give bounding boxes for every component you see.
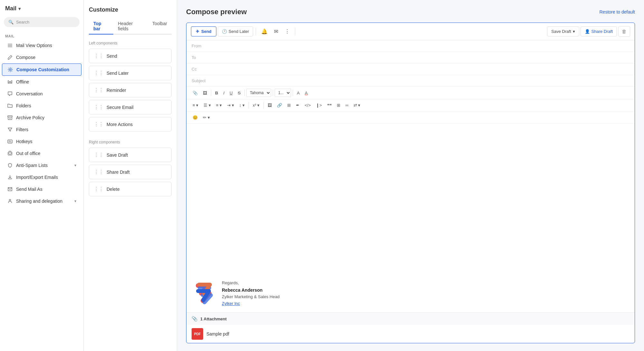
highlight-btn[interactable]: A	[303, 89, 310, 97]
indent-btn[interactable]: ⇥ ▾	[225, 101, 236, 109]
ordered-list-btn[interactable]: ≡ ▾	[214, 101, 224, 109]
sidebar-item-archive-policy[interactable]: Archive Policy	[2, 112, 81, 123]
insert-link-btn[interactable]: 🔗	[275, 101, 284, 109]
fmt-sep-4	[293, 90, 293, 96]
sample-pdf-name: Sample pdf	[206, 331, 229, 336]
right-drag-item-save-draft[interactable]: ⋮⋮ Save Draft	[89, 148, 172, 162]
send-label: Send	[201, 29, 212, 34]
save-draft-button[interactable]: Save Draft ▾	[547, 26, 579, 36]
svg-rect-0	[8, 44, 12, 44]
signature-text: Regards, Rebecca Anderson Zylker Marketi…	[222, 280, 279, 307]
left-item-label-more-actions: More Actions	[107, 122, 133, 127]
drag-handle-right-save-draft: ⋮⋮	[94, 152, 103, 158]
font-size-select[interactable]: 1...	[275, 89, 291, 97]
share-draft-button[interactable]: 👤 Share Draft	[581, 26, 617, 36]
sidebar-item-hotkeys[interactable]: Hotkeys	[2, 136, 81, 147]
rtl-btn[interactable]: ⇄ ▾	[351, 101, 363, 109]
send-icon: ✈	[196, 29, 199, 34]
app-title-header[interactable]: Mail ▾	[0, 0, 83, 15]
left-drag-item-send[interactable]: ⋮⋮ Send	[89, 49, 172, 63]
reminder-icon-btn[interactable]: 🔔	[259, 26, 270, 36]
sig-company-link[interactable]: Zylker Inc	[222, 301, 240, 306]
table-btn[interactable]: ⊞	[285, 101, 293, 109]
underline-btn[interactable]: U	[227, 89, 235, 97]
send-later-button[interactable]: 🕐 Send Later	[218, 26, 253, 36]
toolbar-separator-1	[256, 28, 256, 35]
tab-toolbar[interactable]: Toolbar	[148, 18, 172, 34]
sidebar-item-sharing-delegation[interactable]: Sharing and delegation ▾	[2, 195, 81, 207]
chevron-icon-sharing-delegation: ▾	[74, 199, 76, 203]
grid-btn[interactable]: ⊞	[335, 101, 343, 109]
sidebar-item-folders[interactable]: Folders	[2, 100, 81, 112]
block-quote-source[interactable]: ❙>	[314, 101, 324, 109]
sidebar-item-offline[interactable]: Offline	[2, 76, 81, 88]
more-actions-btn[interactable]: ⋮	[282, 26, 292, 36]
bold-btn[interactable]: B	[213, 89, 220, 97]
sidebar-item-send-mail-as[interactable]: Send Mail As	[2, 183, 81, 195]
svg-rect-6	[8, 140, 12, 143]
sidebar-item-label-mail-view-options: Mail View Options	[16, 43, 52, 48]
left-drag-item-send-later[interactable]: ⋮⋮ Send Later	[89, 66, 172, 80]
strikethrough-btn[interactable]: S	[235, 89, 243, 97]
search-box[interactable]: 🔍 Search	[4, 17, 80, 27]
list-btn[interactable]: ☰ ▾	[201, 101, 213, 109]
subject-field[interactable]: Subject	[186, 75, 635, 87]
right-drag-item-delete[interactable]: ⋮⋮ Delete	[89, 182, 172, 196]
image-btn[interactable]: 🖼	[201, 89, 209, 97]
compose-body[interactable]	[186, 124, 635, 275]
font-family-select[interactable]: Tahoma	[246, 89, 271, 97]
search-label: Search	[16, 20, 29, 24]
left-items: ⋮⋮ Send ⋮⋮ Send Later ⋮⋮ Reminder ⋮⋮ Sec…	[89, 49, 172, 134]
format-bar-row3: 😊 ✏ ▾	[186, 112, 635, 124]
drag-handle-reminder: ⋮⋮	[94, 87, 103, 93]
from-field[interactable]: From	[186, 40, 635, 52]
to-field[interactable]: To	[186, 52, 635, 63]
fmt-sep-3	[273, 90, 273, 96]
sidebar-item-compose[interactable]: Compose	[2, 52, 81, 63]
sidebar-item-anti-spam[interactable]: Anti-Spam Lists ▾	[2, 160, 81, 171]
sidebar-item-filters[interactable]: Filters	[2, 124, 81, 135]
secure-email-icon-btn[interactable]: ✉	[271, 26, 281, 36]
svg-rect-2	[8, 47, 12, 47]
sidebar-item-compose-customization[interactable]: Compose Customization	[2, 63, 81, 76]
insert-image-btn[interactable]: 🖼	[265, 101, 274, 109]
restore-to-default-link[interactable]: Restore to default	[599, 9, 635, 15]
preview-header: Compose preview Restore to default	[186, 8, 635, 16]
sidebar-item-icon-offline	[7, 79, 13, 85]
attachment-btn[interactable]: 📎	[190, 89, 200, 97]
sidebar-item-import-export[interactable]: Import/Export Emails	[2, 171, 81, 183]
align-btn[interactable]: ≡ ▾	[190, 101, 201, 109]
right-drag-item-share-draft[interactable]: ⋮⋮ Share Draft	[89, 165, 172, 179]
right-components-label: Right components	[89, 140, 172, 144]
left-drag-item-reminder[interactable]: ⋮⋮ Reminder	[89, 83, 172, 97]
compose-top-toolbar: ✈ Send 🕐 Send Later 🔔 ✉ ⋮ Save Draft ▾	[186, 23, 635, 40]
sidebar-item-conversation[interactable]: Conversation	[2, 88, 81, 100]
sidebar-item-icon-folders	[7, 103, 13, 109]
signature-btn[interactable]: ✒	[294, 101, 302, 109]
sidebar-item-mail-view-options[interactable]: Mail View Options	[2, 40, 81, 51]
left-drag-item-more-actions[interactable]: ⋮⋮ More Actions	[89, 117, 172, 132]
sidebar-item-label-filters: Filters	[16, 127, 28, 132]
left-drag-item-secure-email[interactable]: ⋮⋮ Secure Email	[89, 100, 172, 114]
sidebar-item-out-of-office[interactable]: Out of office	[2, 148, 81, 159]
line-spacing-btn[interactable]: ↕ ▾	[237, 101, 247, 109]
delete-button[interactable]: 🗑	[618, 26, 630, 37]
customize-panel: Customize Top bar Header fields Toolbar …	[84, 0, 177, 351]
more-format-btn[interactable]: ✏ ▾	[201, 113, 212, 122]
emoji-btn[interactable]: 😊	[190, 113, 200, 122]
cc-field[interactable]: Cc	[186, 63, 635, 75]
horizontal-rule-btn[interactable]: ═	[343, 101, 351, 109]
font-color-btn[interactable]: A	[295, 89, 302, 97]
sample-attachment[interactable]: PDF Sample pdf	[186, 325, 635, 343]
drag-handle-send: ⋮⋮	[94, 53, 103, 59]
tab-top-bar[interactable]: Top bar	[89, 18, 113, 34]
left-item-label-send: Send	[107, 54, 117, 59]
italic-btn[interactable]: I	[221, 89, 227, 97]
sidebar-item-icon-filters	[7, 127, 13, 132]
tab-header-fields[interactable]: Header fields	[113, 18, 148, 34]
blockquote-btn[interactable]: ❝❝	[325, 101, 334, 109]
attachment-bar: 📎 1 Attachment	[186, 312, 635, 325]
send-button[interactable]: ✈ Send	[191, 26, 216, 36]
superscript-btn[interactable]: x² ▾	[251, 101, 262, 109]
source-btn[interactable]: </>	[302, 101, 313, 109]
